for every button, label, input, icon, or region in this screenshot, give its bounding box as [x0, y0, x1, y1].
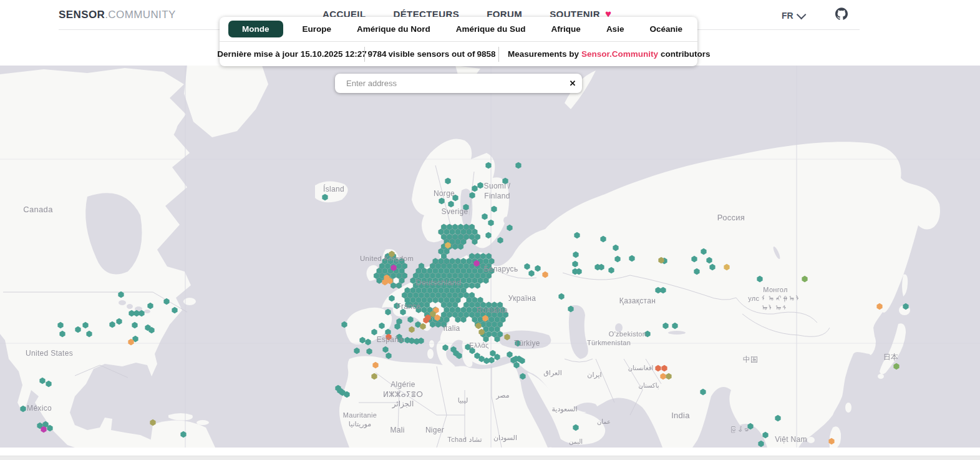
- measurements-credit: Measurements by Sensor.Community contrib…: [498, 47, 719, 62]
- measurements-prefix: Measurements by: [508, 49, 579, 59]
- sensor-dot[interactable]: [435, 321, 441, 328]
- sensor-dot[interactable]: [483, 336, 489, 342]
- sensor-dot[interactable]: [495, 336, 500, 342]
- total-count: 9858: [477, 49, 495, 59]
- sensor-dot[interactable]: [455, 316, 461, 323]
- footer-strip: [0, 456, 980, 460]
- last-update: Dernière mise à jour 15.10.2025 12:27: [220, 47, 364, 62]
- visible-text: visible sensors out of: [389, 49, 475, 59]
- language-selector[interactable]: FR: [782, 11, 803, 21]
- logo-light: .COMMUNITY: [105, 9, 176, 21]
- region-tabs: MondeEuropeAmérique du NordAmérique du S…: [220, 17, 697, 41]
- map-base-layer: [0, 66, 980, 448]
- sensor-dot[interactable]: [430, 321, 435, 328]
- sensor-dot[interactable]: [441, 321, 447, 328]
- sensor-dot[interactable]: [396, 282, 402, 288]
- logo-bold: SENSOR: [59, 9, 105, 21]
- tab-amérique-du-nord[interactable]: Amérique du Nord: [351, 21, 437, 37]
- site-logo[interactable]: SENSOR.COMMUNITY: [59, 9, 176, 21]
- sensor-count: 9784 visible sensors out of 9858: [364, 47, 498, 62]
- tab-europe[interactable]: Europe: [296, 21, 338, 37]
- tab-amérique-du-sud[interactable]: Amérique du Sud: [450, 21, 532, 37]
- visible-count: 9784: [368, 49, 387, 59]
- tab-asie[interactable]: Asie: [600, 21, 631, 37]
- tab-afrique[interactable]: Afrique: [545, 21, 587, 37]
- github-icon: [835, 7, 848, 20]
- sensor-dot[interactable]: [416, 306, 422, 313]
- sensor-dot[interactable]: [469, 282, 475, 288]
- world-map[interactable]: CanadaUnited StatesMéxicoÍslandNorgeSver…: [0, 66, 980, 448]
- map-control-panel: MondeEuropeAmérique du NordAmérique du S…: [220, 17, 697, 66]
- sensor-community-link[interactable]: Sensor.Community: [581, 49, 658, 59]
- clear-search-icon[interactable]: ✕: [563, 79, 582, 88]
- language-label: FR: [782, 11, 793, 21]
- status-bar: Dernière mise à jour 15.10.2025 12:27 97…: [220, 41, 697, 66]
- measurements-suffix: contributors: [661, 49, 711, 59]
- chevron-down-icon: [797, 9, 807, 19]
- tab-océanie[interactable]: Océanie: [643, 21, 689, 37]
- sensor-dot[interactable]: [458, 243, 463, 250]
- search-input[interactable]: [335, 79, 563, 88]
- sensor-dot[interactable]: [483, 278, 489, 284]
- tab-monde[interactable]: Monde: [228, 21, 283, 37]
- page: SENSOR.COMMUNITY ACCUEILDÉTECTEURSFORUMS…: [0, 0, 980, 460]
- sensor-dot[interactable]: [472, 238, 478, 245]
- sensor-dot[interactable]: [377, 278, 382, 284]
- github-link[interactable]: [835, 7, 848, 20]
- sensor-dot[interactable]: [452, 243, 458, 250]
- sensor-dot[interactable]: [391, 282, 396, 288]
- address-search: ✕: [335, 74, 582, 93]
- sensor-dot[interactable]: [461, 316, 467, 323]
- sensor-dot[interactable]: [475, 282, 480, 288]
- sensor-dot[interactable]: [433, 297, 439, 303]
